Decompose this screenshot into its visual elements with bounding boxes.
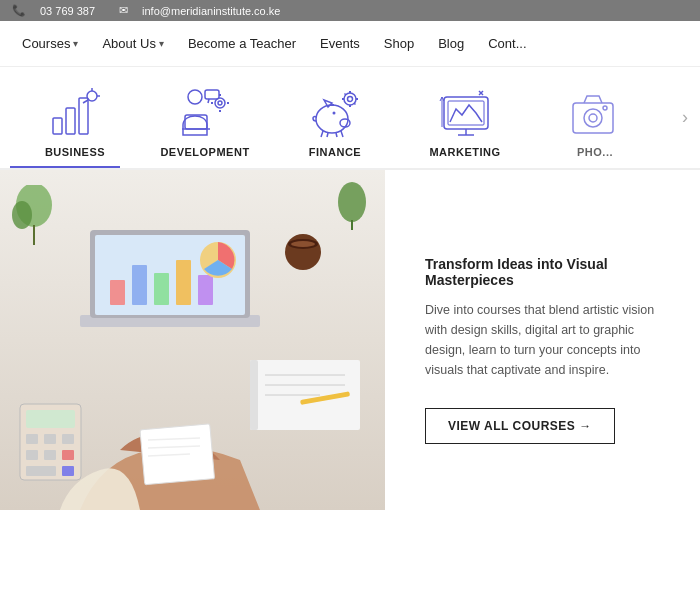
category-business[interactable]: BUSINESS — [10, 85, 140, 158]
hero-image — [0, 170, 385, 510]
main-nav: Courses ▾ About Us ▾ Become a Teacher Ev… — [0, 21, 700, 67]
svg-point-81 — [338, 182, 366, 222]
svg-line-22 — [327, 133, 328, 137]
nav-events-label: Events — [320, 36, 360, 51]
nav-courses[interactable]: Courses ▾ — [10, 21, 90, 67]
svg-rect-53 — [132, 265, 147, 305]
svg-rect-75 — [26, 466, 56, 476]
hero-title: Transform Ideas into Visual Masterpieces — [425, 256, 670, 288]
svg-point-60 — [291, 241, 315, 247]
email-icon: ✉ — [119, 4, 128, 17]
hero-text-area: Transform Ideas into Visual Masterpieces… — [385, 170, 700, 510]
phone-number: 03 769 387 — [40, 5, 95, 17]
plant2-decoration — [335, 180, 370, 230]
development-icon — [175, 85, 235, 140]
category-finance[interactable]: FINANCE — [270, 85, 400, 158]
nav-contact-label: Cont... — [488, 36, 526, 51]
business-label: BUSINESS — [45, 146, 105, 158]
plant-decoration — [12, 185, 57, 245]
laptop-decoration — [70, 225, 270, 355]
nav-about[interactable]: About Us ▾ — [90, 21, 175, 67]
nav-blog-label: Blog — [438, 36, 464, 51]
notebook-decoration — [250, 360, 360, 430]
svg-rect-54 — [154, 273, 169, 305]
svg-point-18 — [340, 119, 350, 127]
svg-rect-33 — [444, 97, 488, 129]
hero-description: Dive into courses that blend artistic vi… — [425, 300, 670, 380]
marketing-label: MARKETING — [429, 146, 500, 158]
coffee-cup-decoration — [281, 230, 325, 274]
finance-icon — [305, 85, 365, 140]
svg-rect-55 — [176, 260, 191, 305]
svg-point-45 — [603, 106, 607, 110]
svg-point-19 — [333, 111, 336, 114]
photography-label: PHO... — [577, 146, 613, 158]
category-marketing[interactable]: MARKETING — [400, 85, 530, 158]
svg-rect-69 — [26, 434, 38, 444]
nav-blog[interactable]: Blog — [426, 21, 476, 67]
nav-become-teacher[interactable]: Become a Teacher — [176, 21, 308, 67]
top-bar: 📞 03 769 387 ✉ info@meridianinstitute.co… — [0, 0, 700, 21]
category-next-arrow[interactable]: › — [670, 67, 700, 168]
view-all-courses-button[interactable]: VIEW ALL COURSES → — [425, 408, 615, 444]
phone-icon: 📞 — [12, 4, 26, 17]
svg-line-21 — [321, 131, 323, 137]
svg-rect-0 — [53, 118, 62, 134]
svg-rect-56 — [198, 275, 213, 305]
nav-about-label: About Us — [102, 36, 155, 51]
svg-rect-52 — [110, 280, 125, 305]
nav-courses-label: Courses — [22, 36, 70, 51]
photography-icon — [565, 85, 625, 140]
courses-dropdown-arrow: ▾ — [73, 38, 78, 49]
marketing-icon — [435, 85, 495, 140]
svg-line-32 — [354, 103, 356, 105]
svg-point-11 — [218, 101, 222, 105]
nav-teacher-label: Become a Teacher — [188, 36, 296, 51]
svg-line-31 — [345, 93, 347, 95]
nav-contact[interactable]: Cont... — [476, 21, 538, 67]
development-label: DEVELOPMENT — [160, 146, 249, 158]
about-dropdown-arrow: ▾ — [159, 38, 164, 49]
svg-point-47 — [12, 201, 32, 229]
nav-events[interactable]: Events — [308, 21, 372, 67]
email-address: info@meridianinstitute.co.ke — [142, 5, 280, 17]
svg-line-24 — [341, 131, 343, 137]
svg-point-43 — [584, 109, 602, 127]
category-photography[interactable]: PHO... — [530, 85, 660, 158]
svg-rect-1 — [66, 108, 75, 134]
svg-rect-72 — [26, 450, 38, 460]
svg-point-7 — [188, 90, 202, 104]
person-decoration — [60, 380, 260, 510]
svg-rect-16 — [205, 90, 219, 99]
nav-shop[interactable]: Shop — [372, 21, 426, 67]
category-active-indicator — [10, 166, 120, 168]
svg-rect-70 — [44, 434, 56, 444]
business-icon — [45, 85, 105, 140]
category-development[interactable]: DEVELOPMENT — [140, 85, 270, 158]
nav-shop-label: Shop — [384, 36, 414, 51]
svg-line-23 — [336, 133, 337, 137]
svg-rect-73 — [44, 450, 56, 460]
category-bar: BUSINESS DEVELOPME — [0, 67, 700, 170]
svg-point-26 — [348, 96, 353, 101]
svg-point-44 — [589, 114, 597, 122]
hero-section: Transform Ideas into Visual Masterpieces… — [0, 170, 700, 510]
finance-label: FINANCE — [309, 146, 361, 158]
svg-point-3 — [87, 91, 97, 101]
